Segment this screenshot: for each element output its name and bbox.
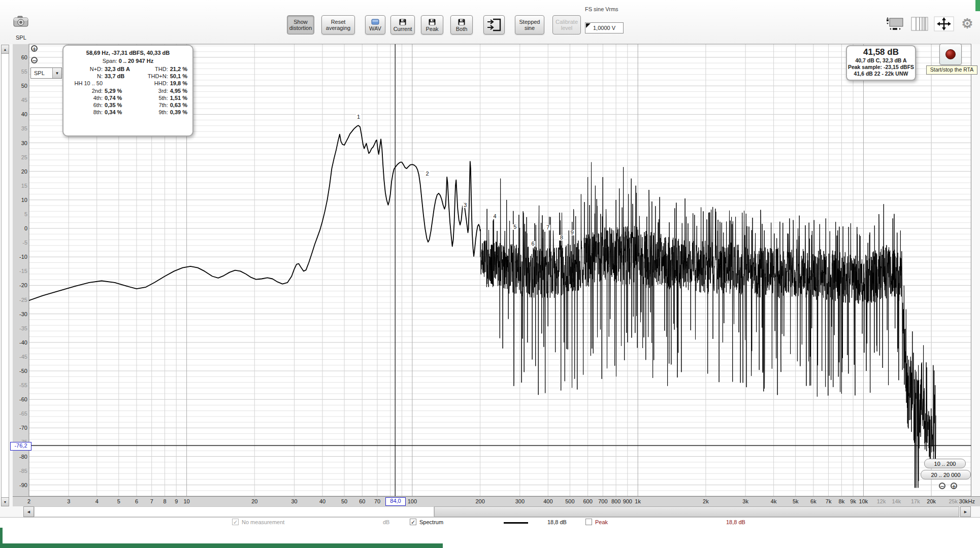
harmonic-marker-4: 4 xyxy=(492,214,497,219)
x-cursor-value[interactable]: 84,0 xyxy=(385,497,406,506)
scrollbar-thumb[interactable] xyxy=(434,506,959,517)
legend-bar: ✓ No measurement dB ✓ Spectrum 18,8 dB P… xyxy=(0,517,980,528)
peak-sample: Peak sample: -23,15 dBFS xyxy=(847,64,915,71)
y-cursor-value[interactable]: -76,2 xyxy=(10,442,31,451)
distortion-row: 6th:0,35 %7th:0,63 % xyxy=(68,101,188,109)
scroll-up-arrow[interactable]: ▲ xyxy=(1,45,9,54)
harmonic-marker-1: 1 xyxy=(356,114,361,120)
spectrum-line-swatch xyxy=(504,522,528,524)
no-measurement-value: dB xyxy=(383,519,389,525)
y-zoom-out-button[interactable]: − xyxy=(31,57,38,63)
y-axis-mode-value: SPL xyxy=(31,70,52,76)
harmonic-marker-2: 2 xyxy=(424,171,430,177)
spectrum-checkbox[interactable]: ✓ xyxy=(410,519,416,525)
peak-value: 18,8 dB xyxy=(726,519,745,525)
x-zoom-out-button[interactable]: − xyxy=(939,483,945,489)
harmonic-marker-8: 8 xyxy=(559,235,564,241)
distortion-row: N+D:32,3 dB ATHD:21,2 % xyxy=(68,65,188,73)
cursor-readout: 58,69 Hz, -37,31 dBFS, 40,33 dB xyxy=(68,50,188,56)
scroll-left-arrow[interactable]: ◀ xyxy=(23,506,34,517)
main-level: 41,58 dB xyxy=(847,47,915,57)
vertical-scrollbar[interactable]: ▲ ▼ xyxy=(1,45,9,506)
span-readout: Span: 0 .. 20 947 Hz xyxy=(68,58,188,64)
harmonic-marker-9: 9 xyxy=(570,230,575,235)
distortion-row: HH 10 .. 50HHD:19,8 % xyxy=(68,80,188,87)
harmonic-marker-6: 6 xyxy=(531,241,536,247)
scroll-right-arrow[interactable]: ▶ xyxy=(960,506,971,517)
harmonic-marker-3: 3 xyxy=(463,202,468,208)
weighted-levels: 40,7 dB C, 32,3 dB A xyxy=(847,57,915,64)
distortion-row: 4th:0,74 %5th:1,51 % xyxy=(68,94,188,101)
distortion-row: N:33,7 dBTHD+N:50,1 % xyxy=(68,73,188,80)
start-stop-rta-button[interactable] xyxy=(939,44,962,65)
distortion-info-panel: 58,69 Hz, -37,31 dBFS, 40,33 dB Span: 0 … xyxy=(62,45,193,136)
spectrum-label: Spectrum xyxy=(419,519,443,525)
chevron-down-icon[interactable]: ▼ xyxy=(52,68,61,78)
scroll-down-arrow[interactable]: ▼ xyxy=(1,497,9,506)
range-10-200-button[interactable]: 10 .. 200 xyxy=(924,459,966,468)
distortion-row: 2nd:5,29 %3rd:4,95 % xyxy=(68,87,188,94)
no-measurement-label: No measurement xyxy=(242,519,284,525)
level-readout-panel: 41,58 dB 40,7 dB C, 32,3 dB A Peak sampl… xyxy=(846,45,916,81)
band-level: 41,6 dB 22 - 22k UNW xyxy=(847,71,915,77)
harmonic-marker-7: 7 xyxy=(545,225,550,230)
horizontal-scrollbar[interactable]: ◀ ▶ xyxy=(23,506,971,517)
tooltip: Start/stop the RTA xyxy=(926,65,977,75)
range-20-20000-button[interactable]: 20 .. 20 000 xyxy=(921,470,971,480)
y-axis-mode-dropdown[interactable]: SPL ▼ xyxy=(30,67,62,79)
y-zoom-in-button[interactable]: + xyxy=(31,45,38,52)
harmonic-marker-5: 5 xyxy=(512,224,517,230)
spectrum-value: 18,8 dB xyxy=(547,519,567,525)
scrollbar-track[interactable] xyxy=(34,506,434,517)
peak-label: Peak xyxy=(595,519,608,525)
peak-checkbox[interactable] xyxy=(585,519,592,525)
distortion-row: 8th:0,34 %9th:0,39 % xyxy=(68,109,188,116)
no-measurement-checkbox[interactable]: ✓ xyxy=(232,519,239,525)
distortion-table: N+D:32,3 dB ATHD:21,2 %N:33,7 dBTHD+N:50… xyxy=(68,65,188,116)
record-icon xyxy=(945,49,956,59)
x-zoom-in-button[interactable]: + xyxy=(951,483,957,489)
